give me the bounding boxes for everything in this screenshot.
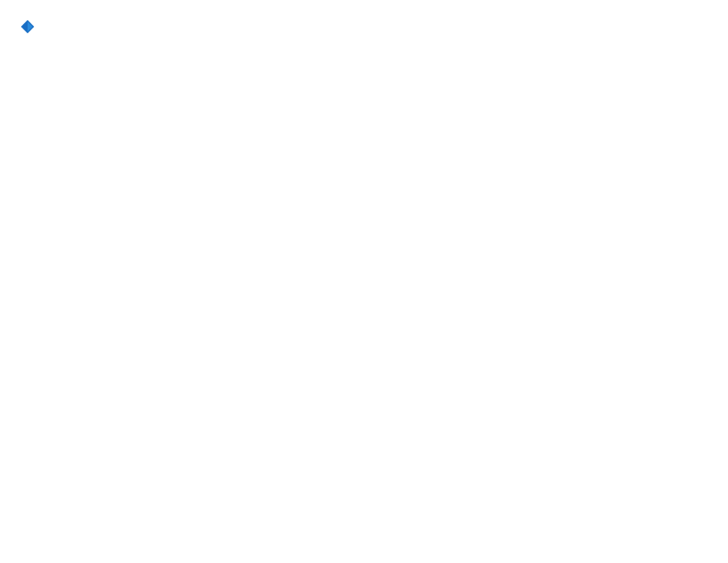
logo-icon [19,18,36,35]
page-header [18,18,710,35]
logo [18,18,37,35]
